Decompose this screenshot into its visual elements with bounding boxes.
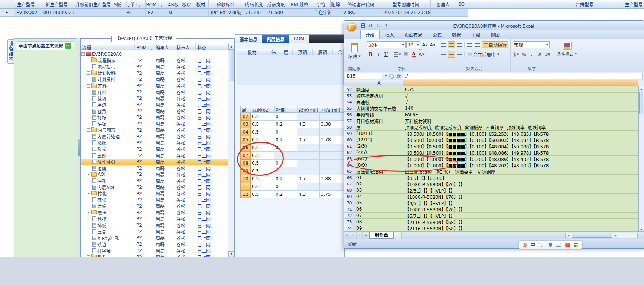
tree-node-label[interactable]: 曝光 [97, 146, 106, 152]
ribbon-tab[interactable]: 审阅 [466, 30, 485, 39]
align-center-button[interactable] [448, 51, 455, 58]
cell-column-a[interactable]: 翘曲度 [355, 86, 403, 93]
cell-column-b[interactable]: 【1080-R-5680N】【70】【】 [403, 181, 644, 187]
skin-icon[interactable] [565, 243, 570, 247]
row-number-cell[interactable]: 69 [344, 194, 355, 200]
tree-node-label[interactable]: 计划投料 [98, 70, 116, 76]
tree-node-label[interactable]: 铣边 [97, 241, 106, 247]
tree-row[interactable]: 棕化P2周磊谷松已上网 [81, 197, 228, 203]
grid-column-header[interactable]: 终端客户代码 [341, 0, 381, 8]
scroll-down-icon[interactable]: ▼ [639, 227, 644, 231]
panel-splitter[interactable] [77, 38, 80, 257]
row-number-cell[interactable]: 54 [344, 99, 355, 105]
grid-cell[interactable]: 白色字符 [312, 9, 331, 16]
cell-column-b[interactable]: 【2116-R-5680N】【58】【】 [403, 219, 644, 225]
grid-cell[interactable] [180, 9, 193, 16]
grid-column-header[interactable]: 升级前旧生产型号 [75, 0, 111, 8]
redo-button[interactable]: ↻ [375, 23, 382, 29]
align-left-button[interactable] [440, 51, 447, 58]
tree-node-label[interactable]: 裁切 [97, 95, 106, 102]
tree-column-header[interactable]: 状态 [196, 44, 228, 50]
expand-collapse-box[interactable]: - [87, 84, 90, 88]
grid-cell[interactable]: EV3RQ020A0 [14, 9, 38, 16]
font-color-button[interactable]: A [410, 51, 417, 58]
excel-titlebar[interactable]: ↺ ↻ ▼ EV3RQ020A0制作单 - Microsoft Excel [344, 21, 644, 30]
tree-row[interactable]: 流程指示P2周磊谷松已上网 [81, 63, 228, 70]
grid-cell[interactable]: P2 [146, 9, 166, 16]
detail-tab[interactable]: 拓展信息 [262, 35, 289, 43]
tree-node-label[interactable]: 烘板 [97, 121, 106, 127]
cell-column-a[interactable]: 08 [355, 219, 403, 225]
tree-row[interactable]: 预排P2周磊谷松已上网 [81, 216, 228, 222]
cell-column-a[interactable]: 04 [355, 194, 403, 200]
grid-column-header[interactable]: PNL规格 [287, 0, 312, 8]
increase-indent-button[interactable] [474, 41, 481, 48]
align-middle-button[interactable] [448, 41, 455, 48]
cell-column-a[interactable]: 06 [355, 206, 403, 213]
grid-column-header[interactable]: BOM工厂 [146, 0, 166, 8]
tree-row[interactable]: -层压P2周磊谷松已上网 [81, 209, 228, 216]
tree-node-label[interactable]: 流程指示 [98, 57, 116, 63]
grid-column-header[interactable]: 合拼型号 [567, 0, 602, 8]
name-box[interactable]: B15 [345, 73, 382, 79]
cell-column-a[interactable]: 开料板材资料 [355, 118, 403, 124]
grid-cell[interactable] [287, 9, 312, 16]
last-sheet-button[interactable]: » [363, 232, 369, 239]
tree-row[interactable]: 曝光P2周磊谷松已上网 [81, 146, 228, 152]
merge-center-button[interactable]: 合并后居中▼ [466, 51, 501, 58]
grid-column-header[interactable]: 板材 [193, 0, 209, 8]
grid-cell[interactable] [75, 9, 111, 16]
cell-column-b[interactable]: 【0.500】【0.500】【■■■■】【0.100】【48.084】【50.0… [403, 143, 644, 149]
undo-button[interactable]: ↺ [367, 23, 374, 29]
row-number-cell[interactable]: 65 [344, 168, 355, 175]
grid-column-header[interactable]: 创建人 [431, 0, 455, 8]
cell-column-b[interactable]: 【0.500】【0.500】【■■■■】【0.100】【48.086】【49.9… [403, 149, 644, 156]
layer-table-row[interactable]: 030.50.24.33.38 [240, 121, 345, 128]
cell-column-a[interactable]: 大料拼的交货单元数 [355, 105, 403, 112]
tree-row[interactable]: 酸性蚀刻P2周磊谷松已上网 [81, 159, 228, 165]
grid-cell[interactable]: V3RQ [341, 9, 381, 16]
underline-button[interactable]: U [383, 51, 390, 58]
tree-node-label[interactable]: 内层AOI [97, 184, 114, 190]
grid-cell[interactable] [111, 9, 124, 16]
tree-row[interactable]: 打标P2周磊谷松已上网 [81, 114, 228, 121]
tree-row[interactable]: 裁切P2周磊谷松已上网 [81, 95, 228, 102]
tree-row[interactable]: 开料P2周磊谷松已上网 [81, 89, 228, 95]
font-name-select[interactable]: 宋体▼ [367, 41, 406, 48]
lower-column-header[interactable]: 层 [241, 106, 251, 112]
tree-node-label[interactable]: 层压 [98, 209, 107, 216]
tree-node-label[interactable]: 冲孔 [97, 178, 106, 184]
expand-collapse-box[interactable]: - [87, 59, 90, 62]
grid-column-header[interactable]: 成品宽度 [265, 0, 287, 8]
tree-row[interactable]: -开料P2周磊谷松已上网 [81, 82, 228, 89]
phonetic-guide-button[interactable]: A▼ [418, 51, 425, 58]
detail-tab[interactable]: BOM [289, 35, 309, 43]
scrollbar-thumb[interactable] [639, 92, 643, 114]
tree-node-label[interactable]: 钻孔 [98, 254, 107, 257]
grid-column-header[interactable]: 型号创建时间 [381, 0, 431, 8]
grid-column-header[interactable]: S板 [111, 0, 124, 8]
row-number-cell[interactable]: 55 [344, 105, 355, 112]
cell-column-b[interactable]: 【4/5L】【】【HVLP】【】 [403, 200, 644, 206]
row-number-cell[interactable]: 59 [344, 131, 355, 137]
row-number-cell[interactable]: 57 [344, 118, 355, 124]
cell-column-b[interactable]: 【0.5】【】【0.500】 [403, 175, 644, 181]
customize-qat-button[interactable]: ▼ [383, 23, 390, 29]
decrease-decimal-button[interactable]: .00 [544, 51, 551, 58]
decrease-indent-button[interactable] [466, 41, 473, 48]
tree-row[interactable]: 磨边P2周磊谷松已上网 [81, 102, 228, 108]
tree-node-label[interactable]: 流程指示 [97, 63, 115, 70]
cell-column-b[interactable]: 【1080-R-5680N】【70】【】 [403, 194, 644, 200]
borders-button[interactable]: ▼ [393, 51, 401, 58]
cell-column-a[interactable]: 顾客指定板材 [355, 93, 403, 99]
row-number-cell[interactable]: 71 [344, 206, 355, 213]
tree-row[interactable]: 烘板P2周磊谷松已上网 [81, 203, 228, 209]
upper-column-header[interactable]: 顶铜 [293, 49, 313, 55]
tree-row[interactable]: 显影P2周磊谷松已上网 [81, 152, 228, 159]
tree-node-label[interactable]: 打标 [97, 114, 106, 121]
excel-vertical-scrollbar[interactable]: ▲ ▼ [638, 86, 644, 231]
tree-column-header[interactable]: 编写人 [154, 44, 175, 50]
row-selector-cell[interactable]: ▶ [0, 9, 14, 16]
tree-row[interactable]: -钻孔P2周磊谷松已上网 [81, 254, 228, 257]
insert-function-button[interactable]: fx [395, 73, 401, 79]
